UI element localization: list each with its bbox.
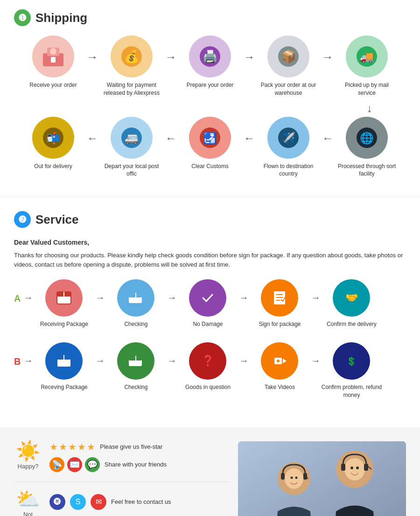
shipping-section: ❶ Shipping Receive your order → 💰 — [0, 0, 420, 192]
service-title: ❷ Service — [14, 211, 406, 228]
shipping-row-1: Receive your order → 💰 Waiting for payme… — [14, 35, 406, 97]
depart-icon: 🚐 — [111, 117, 153, 159]
confirm-delivery-icon: 🤝 — [333, 279, 370, 317]
confirm-problem-icon: 💲 — [333, 342, 370, 380]
flow-item-payment: 💰 Waiting for payment released by Aliexp… — [99, 35, 164, 97]
support-svg — [238, 441, 406, 516]
svg-text:🚐: 🚐 — [125, 131, 139, 145]
svg-rect-56 — [341, 464, 345, 471]
svg-rect-52 — [281, 473, 285, 480]
flow-item-depart: 🚐 Depart your local post offic — [99, 117, 164, 178]
no-damage-icon — [189, 279, 226, 317]
stars-row: ★ ★ ★ ★ ★ Please give us five-star — [49, 441, 167, 452]
shipping-row-2: 📬 Out for delivery ← 🚐 Depart your local… — [14, 117, 406, 178]
arrow-a4: → — [310, 292, 321, 303]
arrow-a2: → — [166, 292, 177, 303]
flow-item-pickup: 🚚 Picked up by mail service — [334, 35, 399, 97]
contact-text: Feel free to contact us — [111, 498, 171, 505]
svg-point-51 — [285, 468, 303, 489]
svg-text:🖨️: 🖨️ — [203, 49, 218, 64]
arrow-8: ← — [321, 132, 334, 145]
check-a-label: Checking — [124, 320, 147, 328]
processed-icon: 🌐 — [346, 117, 388, 159]
share-row: 📡 ✉️ 💬 Share with your friends — [49, 457, 167, 472]
svg-text:🌐: 🌐 — [360, 131, 374, 145]
sun-icon: ☀️ — [16, 441, 40, 461]
footer-left: ☀️ Happy? ★ ★ ★ ★ ★ Please give us five-… — [14, 441, 229, 516]
svg-point-55 — [344, 458, 365, 481]
svg-text:📦: 📦 — [281, 49, 296, 64]
customs-label: Clear Customs — [189, 163, 231, 170]
flow-item-out-delivery: 📬 Out for delivery — [21, 117, 86, 170]
pickup-icon: 🚚 — [346, 35, 388, 78]
social-icons: 📡 ✉️ 💬 — [49, 457, 100, 472]
service-number: ❷ — [14, 211, 31, 228]
receive-icon — [32, 35, 74, 78]
flown-label: Flown to destination country — [256, 163, 321, 178]
share-icon-3: 💬 — [85, 457, 100, 472]
arrow-b4: → — [310, 355, 321, 366]
check-b-label: Checking — [124, 383, 147, 391]
take-videos-icon — [261, 342, 298, 380]
svg-point-61 — [356, 467, 359, 469]
path-a-item-3: Sign for package — [249, 279, 310, 328]
recv-pkg-b-icon — [45, 342, 83, 380]
happy-icon-group: ☀️ Happy? — [14, 441, 42, 470]
out-delivery-label: Out for delivery — [32, 163, 74, 170]
check-a-icon — [117, 279, 154, 317]
footer-section: ☀️ Happy? ★ ★ ★ ★ ★ Please give us five-… — [0, 427, 420, 516]
arrow-1: → — [86, 50, 99, 64]
arrow-b3: → — [238, 355, 249, 366]
prepare-label: Prepare your order — [184, 81, 236, 89]
flow-item-processed: 🌐 Processed through sort facility — [334, 117, 399, 178]
path-a-start-arrow: → — [22, 292, 34, 303]
confirm-problem-label: Confirm problem, refund money — [321, 383, 382, 399]
arrow-6: ← — [164, 132, 177, 145]
sign-pkg-icon — [261, 279, 298, 317]
payment-icon: 💰 — [111, 35, 153, 78]
svg-point-46 — [277, 360, 280, 362]
prepare-icon: 🖨️ — [189, 35, 231, 78]
out-delivery-icon: 📬 — [32, 117, 74, 159]
not-happy-label: Not Happy? — [14, 511, 42, 516]
path-a-item-4: 🤝 Confirm the delivery — [321, 279, 382, 328]
svg-text:❓: ❓ — [202, 354, 215, 367]
happy-block: ☀️ Happy? ★ ★ ★ ★ ★ Please give us five-… — [14, 441, 229, 472]
shipping-number: ❶ — [14, 9, 31, 26]
svg-point-60 — [350, 467, 353, 469]
svg-point-28 — [199, 290, 216, 306]
svg-text:💲: 💲 — [346, 356, 357, 367]
happy-label: Happy? — [18, 463, 39, 470]
arrow-a3: → — [238, 292, 249, 303]
path-b-row: B → Receving Package → Checking — [14, 342, 406, 399]
svg-text:🚚: 🚚 — [360, 50, 374, 64]
service-section: ❷ Service Dear Valued Customers, Thanks … — [0, 202, 420, 422]
arrow-a1: → — [94, 292, 105, 303]
path-a-label: A — [14, 293, 21, 304]
share-icon-1: 📡 — [49, 457, 64, 472]
svg-text:📬: 📬 — [46, 131, 60, 145]
flow-item-flown: ✈️ Flown to destination country — [256, 117, 321, 178]
star-icons: ★ ★ ★ ★ ★ — [49, 441, 95, 452]
flow-item-receive: Receive your order — [21, 35, 86, 89]
path-a-item-1: Checking — [105, 279, 166, 328]
svg-text:✈️: ✈️ — [281, 131, 295, 145]
happy-actions: ★ ★ ★ ★ ★ Please give us five-star 📡 ✉️ … — [49, 441, 167, 472]
svg-point-59 — [295, 476, 298, 479]
path-a-row: A → Receiving Package → Checking — [14, 279, 406, 328]
share-icon-2: ✉️ — [67, 457, 82, 472]
pack-label: Pack your order at our warehouse — [256, 81, 321, 97]
arrow-5: ← — [86, 132, 99, 145]
sign-pkg-label: Sign for package — [259, 320, 301, 328]
flow-item-customs: 🛃 Clear Customs — [177, 117, 243, 170]
path-b-item-0: Receving Package — [34, 342, 94, 391]
goods-question-label: Goods in question — [185, 383, 231, 391]
path-b-item-4: 💲 Confirm problem, refund money — [321, 342, 382, 399]
footer-right — [238, 441, 406, 516]
no-damage-label: No Damage — [193, 320, 223, 328]
depart-label: Depart your local post offic — [99, 163, 164, 178]
receive-label: Receive your order — [27, 81, 79, 89]
arrow-3: → — [243, 50, 256, 64]
arrow-b2: → — [166, 355, 177, 366]
service-dear: Dear Valued Customers, — [14, 237, 406, 247]
